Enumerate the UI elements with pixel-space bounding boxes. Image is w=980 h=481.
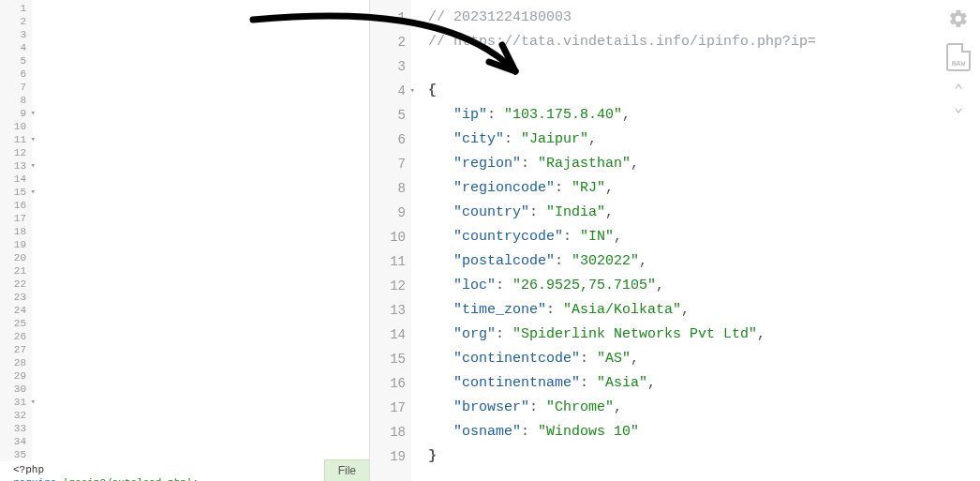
- left-gutter: 1234567891011121314151617181920212223242…: [0, 0, 32, 461]
- file-button[interactable]: File: [324, 459, 369, 481]
- chevron-down-icon[interactable]: ⌄: [947, 101, 970, 114]
- left-code[interactable]: <?php require 'geoip2/autoload.php'; use…: [0, 461, 369, 481]
- right-code[interactable]: // 20231224180003 // https://tata.vindet…: [411, 0, 980, 481]
- right-json-pane: 12345678910111213141516171819 // 2023122…: [370, 0, 980, 481]
- raw-icon[interactable]: RAW: [946, 43, 971, 71]
- right-toolbar: RAW ⌃ ⌄: [946, 8, 971, 124]
- chevron-up-icon[interactable]: ⌃: [947, 84, 970, 98]
- gear-icon[interactable]: [947, 8, 970, 30]
- right-gutter: 12345678910111213141516171819: [370, 0, 411, 481]
- left-code-pane: 1234567891011121314151617181920212223242…: [0, 0, 370, 481]
- editor-split-view: 1234567891011121314151617181920212223242…: [0, 0, 980, 481]
